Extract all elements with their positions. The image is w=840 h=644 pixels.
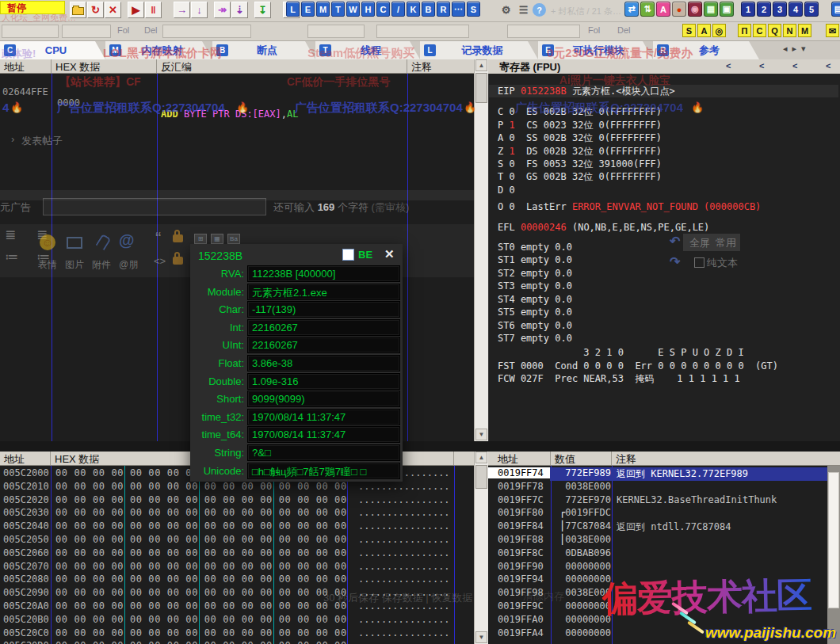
scroll-down-icon[interactable]: ▼ [475, 429, 487, 440]
quote-icon[interactable]: “ [155, 228, 161, 249]
stack-row[interactable]: 0019FF74772EF989返回到 KERNEL32.772EF989 [488, 467, 827, 481]
plaintext-checkbox[interactable] [694, 257, 704, 268]
mention-icon[interactable]: @ [119, 231, 135, 250]
popup-field-value[interactable]: 22160267 [247, 337, 400, 353]
tab-scroll-icon[interactable]: ▸ [792, 44, 797, 54]
window-shortcut-r-button[interactable]: R [437, 2, 450, 17]
tab-scroll-icon[interactable]: ▾ [801, 44, 806, 54]
code-icon[interactable]: <> [154, 255, 166, 267]
step-over-button[interactable]: ↓ [191, 2, 208, 18]
dump-row[interactable]: 005C203000 00 00 00 00 00 00 00 00 00 00… [0, 507, 474, 520]
disasm-scrollbar[interactable]: ▲ ▼ [474, 59, 488, 441]
dump-row[interactable]: 005C208000 00 00 00 00 00 00 00 00 00 00… [0, 574, 474, 587]
num-1-button[interactable]: 1 [741, 2, 755, 17]
redo-arrow-icon[interactable]: ↷ [670, 254, 680, 269]
common-toggle[interactable]: 常用 [716, 236, 736, 250]
title-input[interactable] [43, 198, 266, 215]
execute-till-return-button[interactable]: ↧ [254, 2, 271, 18]
dump-row[interactable]: 005C205000 00 00 00 00 00 00 00 00 00 00… [0, 534, 474, 547]
popup-field-value[interactable]: □h□触ц頻□7餂7鶪7瞳□ □ [247, 463, 400, 479]
updown-button[interactable]: ⇅ [640, 2, 655, 17]
popup-field-value[interactable]: ?&□ [247, 444, 400, 461]
record-button[interactable]: ● [672, 2, 686, 17]
letter-a-button[interactable]: A [656, 2, 670, 17]
yellow-button-◎[interactable]: ◎ [712, 24, 726, 37]
yellow-button-A[interactable]: A [697, 24, 711, 37]
window-button[interactable]: ▣ [720, 2, 734, 17]
num-3-button[interactable]: 3 [773, 2, 787, 17]
list-icon[interactable]: ≔ [5, 249, 18, 265]
dump-scrollbar[interactable]: ▲ ▼ [474, 452, 488, 644]
dump-row[interactable]: 005C206000 00 00 00 00 00 00 00 00 00 00… [0, 547, 474, 561]
popup-field-value[interactable]: 1970/08/14 11:37:47 [247, 409, 400, 425]
scroll-up-icon[interactable]: ▲ [475, 452, 487, 463]
popup-field-value[interactable]: 元素方框2.1.exe [247, 284, 400, 300]
horizontal-splitter[interactable] [0, 441, 840, 452]
image-icon[interactable] [67, 237, 82, 249]
emoji-icon[interactable]: ☺ [40, 234, 55, 250]
tab-scroll-icon[interactable]: ◂ [783, 44, 788, 54]
popup-field-value[interactable]: 3.86e-38 [247, 355, 400, 372]
yellow-button-C[interactable]: C [753, 24, 766, 37]
col-header-comment[interactable]: 注释 [407, 59, 474, 73]
popup-field-value[interactable]: 9099(9099) [247, 391, 400, 407]
post-thread-link[interactable]: 发表帖子 [21, 134, 63, 148]
popup-titlebar[interactable]: 152238B BE ✕ [190, 244, 403, 265]
options-list-button[interactable]: ☰ [515, 2, 532, 18]
window-shortcut-k-button[interactable]: K [407, 2, 420, 17]
dump-row[interactable]: 005C204000 00 00 00 00 00 00 00 00 00 00… [0, 520, 474, 534]
scroll-thumb[interactable] [475, 465, 487, 489]
ad-overlay-text[interactable]: 广告位置招租联系Q:227304704 [515, 101, 683, 116]
step-into-button[interactable]: → [174, 2, 190, 18]
window-shortcut-c-button[interactable]: C [376, 2, 390, 17]
popup-field-value[interactable]: 1970/08/14 11:37:47 [247, 426, 400, 443]
dump-row[interactable]: 005C207000 00 00 00 00 00 00 00 00 00 00… [0, 561, 474, 574]
collapse-icon[interactable]: < [792, 61, 797, 70]
dump-row[interactable]: 005C201000 00 00 00 00 00 00 00 00 00 00… [0, 481, 474, 494]
big-endian-checkbox[interactable] [342, 249, 354, 261]
window-shortcut-e-button[interactable]: E [301, 2, 315, 17]
col-header-disasm[interactable]: 反汇编 [157, 59, 407, 73]
memory-dump-pane[interactable]: 005C200000 00 00 00 00 00 00 00 00 00 00… [0, 466, 474, 644]
dump-row[interactable]: 005C202000 00 00 00 00 00 00 00 00 00 00… [0, 494, 474, 508]
pause-button[interactable]: ‖ [145, 2, 162, 18]
dump-row[interactable]: 005C20B000 00 00 00 00 00 00 00 00 00 00… [0, 614, 474, 627]
trace-button[interactable]: ⇣ [231, 2, 248, 18]
close-button[interactable]: ✕ [105, 2, 121, 18]
col-header-comment[interactable]: 注释 [612, 452, 840, 465]
mail-button[interactable]: ✉ [826, 24, 839, 37]
scroll-thumb[interactable] [475, 73, 487, 103]
pad-button[interactable]: ▦ [704, 2, 718, 17]
collapse-icon[interactable]: < [826, 61, 830, 70]
lock-icon[interactable] [173, 257, 183, 265]
lock-icon[interactable] [173, 234, 183, 242]
window-shortcut-l-button[interactable]: L [286, 2, 300, 17]
close-icon[interactable]: ✕ [384, 247, 395, 261]
popup-field-value[interactable]: -117(139) [247, 301, 400, 318]
ad-overlay-text[interactable]: 广告位置招租联系Q:227304704 [57, 101, 225, 116]
window-shortcut-x-button[interactable]: / [391, 2, 405, 17]
help-button[interactable]: ? [533, 3, 546, 17]
stack-row[interactable]: 0019FF88│0038E000 [488, 534, 827, 547]
stack-row[interactable]: 0019FF84│77C87084返回到 ntdll.77C87084 [488, 520, 827, 534]
restart-button[interactable]: ↻ [87, 2, 104, 18]
dump-row[interactable]: 005C20D000 00 00 00 00 00 00 00 00 00 00… [0, 640, 474, 644]
ad-overlay-text[interactable]: 广告位置招租联系Q:227304704 [295, 101, 463, 116]
window-shortcut-w-button[interactable]: W [346, 2, 360, 17]
window-shortcut-x-button[interactable]: ⋯ [452, 2, 465, 17]
popup-field-value[interactable]: 1.09e-316 [247, 373, 400, 390]
stack-row[interactable]: 0019FF80┌0019FFDC [488, 507, 827, 520]
stack-row[interactable]: 0019FF780038E000 [488, 481, 827, 494]
open-folder-button[interactable] [70, 2, 86, 18]
stack-scrollbar[interactable] [827, 466, 840, 644]
window-shortcut-t-button[interactable]: T [331, 2, 345, 17]
col-header-address[interactable]: 地址 [0, 59, 52, 73]
col-header-value[interactable]: 数值 [551, 452, 612, 465]
num-5-button[interactable]: 5 [804, 2, 819, 17]
stack-row[interactable]: 0019FF8C0DBAB096 [488, 547, 827, 561]
col-header-address[interactable]: 地址 [488, 452, 551, 465]
swap-button[interactable]: ⇄ [624, 2, 639, 17]
stack-row[interactable]: 0019FF7C772EF970KERNEL32.BaseThreadInitT… [488, 494, 827, 508]
col-header-hex[interactable]: HEX 数据 [52, 59, 157, 73]
col-header-address[interactable]: 地址 [0, 452, 51, 465]
